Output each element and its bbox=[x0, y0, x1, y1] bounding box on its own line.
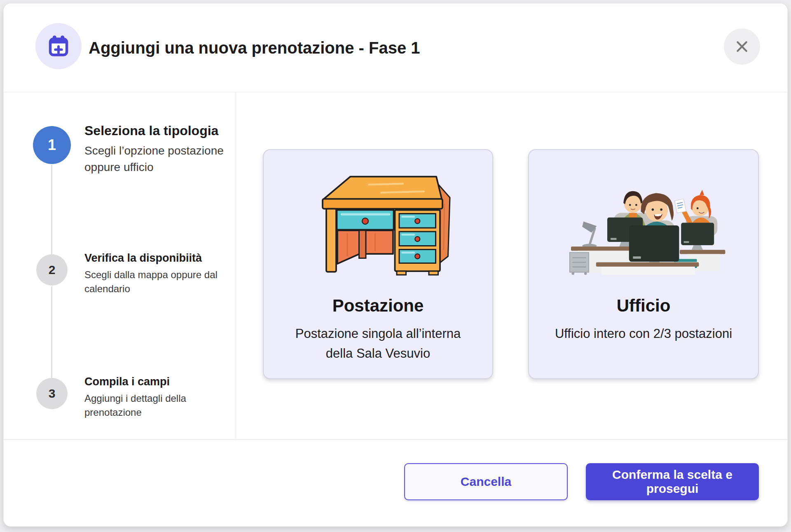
option-card-postazione[interactable]: Postazione Postazione singola all’intern… bbox=[263, 149, 493, 379]
option-title-ufficio: Ufficio bbox=[617, 296, 671, 316]
confirm-button[interactable]: Conferma la scelta e prosegui bbox=[586, 463, 759, 500]
sidebar-divider bbox=[236, 92, 236, 439]
close-button[interactable] bbox=[724, 28, 760, 65]
page-title: Aggiungi una nuova prenotazione - Fase 1 bbox=[89, 4, 420, 92]
step-1: Seleziona la tipologia Scegli l’opzione … bbox=[84, 123, 229, 176]
close-icon bbox=[734, 39, 750, 54]
step-3-indicator: 3 bbox=[36, 378, 68, 409]
option-title-postazione: Postazione bbox=[332, 296, 424, 316]
add-booking-modal: Aggiungi una nuova prenotazione - Fase 1… bbox=[3, 3, 788, 527]
step-3: Compila i campi Aggiungi i dettagli dell… bbox=[84, 375, 229, 420]
desk-illustration bbox=[279, 166, 477, 285]
step-1-indicator: 1 bbox=[33, 126, 71, 164]
step-3-description: Aggiungi i dettagli della prenotazione bbox=[84, 391, 229, 420]
step-connector bbox=[51, 286, 52, 378]
step-3-title: Compila i campi bbox=[84, 375, 229, 388]
option-description-postazione: Postazione singola all’interna della Sal… bbox=[264, 324, 492, 363]
step-2-description: Scegli dalla mappa oppure dal calendario bbox=[84, 268, 229, 296]
step-2-indicator: 2 bbox=[36, 254, 68, 286]
step-1-description: Scegli l’opzione postazione oppure uffic… bbox=[84, 143, 229, 176]
step-1-title: Seleziona la tipologia bbox=[84, 123, 229, 138]
header-divider bbox=[4, 92, 787, 92]
office-illustration bbox=[551, 166, 736, 285]
calendar-plus-icon bbox=[35, 23, 82, 69]
option-card-ufficio[interactable]: Ufficio Ufficio intero con 2/3 postazion… bbox=[528, 149, 759, 379]
footer-divider bbox=[4, 439, 787, 440]
cancel-button[interactable]: Cancella bbox=[404, 463, 568, 500]
step-2-title: Verifica la disponibiità bbox=[84, 252, 229, 265]
step-2: Verifica la disponibiità Scegli dalla ma… bbox=[84, 252, 229, 296]
modal-header: Aggiungi una nuova prenotazione - Fase 1 bbox=[4, 4, 787, 92]
option-description-ufficio: Ufficio intero con 2/3 postazioni bbox=[538, 324, 749, 344]
step-connector bbox=[51, 165, 52, 254]
